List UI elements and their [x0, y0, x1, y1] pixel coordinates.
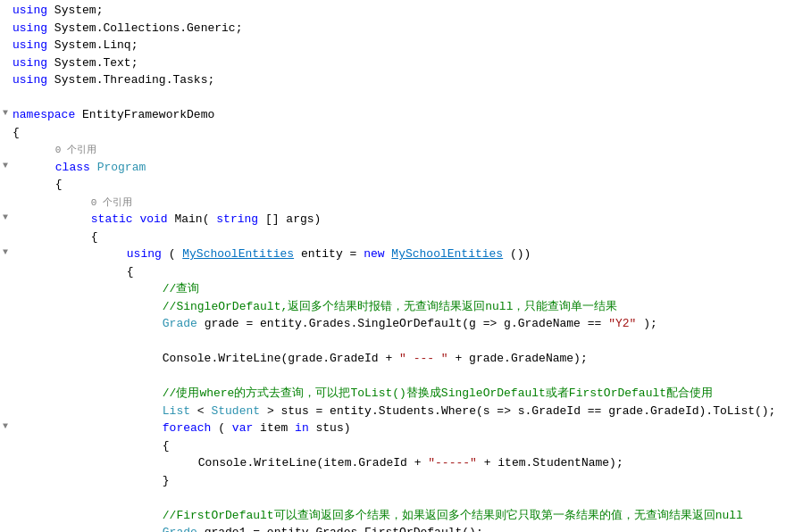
- comment-where: //使用where的方式去查询，可以把ToList()替换成SingleOrDe…: [163, 387, 713, 400]
- keyword-using-stmt: using: [127, 247, 162, 261]
- collapse-foreach[interactable]: ▼: [0, 420, 11, 437]
- keyword-using2: using: [13, 21, 47, 35]
- code-line-7: ▼ namespace EntityFrameworkDemo: [0, 106, 786, 124]
- keyword-using: using: [13, 4, 47, 17]
- code-line-16: {: [0, 263, 786, 281]
- type-myschoolentities: MySchoolEntities: [182, 247, 294, 261]
- code-line-27: Console.WriteLine(item.GradeId + "-----"…: [0, 454, 786, 472]
- collapse-main[interactable]: ▼: [0, 211, 11, 229]
- type-student: Student: [211, 404, 260, 418]
- code-line-3: using System.Linq;: [0, 37, 786, 54]
- code-line-8: {: [0, 124, 786, 142]
- code-line-15: ▼ using ( MySchoolEntities entity = new …: [0, 245, 786, 263]
- code-line-17: //查询: [0, 280, 786, 298]
- code-line-24: List < Student > stus = entity.Students.…: [0, 403, 786, 420]
- code-line-20: [0, 333, 786, 351]
- code-line-30: //FirstOrDefault可以查询返回多个结果，如果返回多个结果则它只取第…: [0, 507, 786, 525]
- code-line-1: using System;: [0, 2, 786, 20]
- code-line-23: //使用where的方式去查询，可以把ToList()替换成SingleOrDe…: [0, 385, 786, 403]
- comment-single-or-default: //SingleOrDefault,返回多个结果时报错，无查询结果返回null，…: [163, 300, 618, 313]
- code-line-12: 0 个引用: [0, 194, 786, 212]
- code-line-25: ▼ foreach ( var item in stus): [0, 420, 786, 437]
- keyword-in: in: [295, 421, 309, 435]
- code-line-13: ▼ static void Main( string [] args): [0, 211, 786, 229]
- keyword-class: class: [55, 161, 90, 174]
- code-line-22: [0, 368, 786, 386]
- string-y2: "Y2": [608, 317, 636, 330]
- type-grade: Grade: [163, 317, 197, 330]
- keyword-void: void: [139, 212, 167, 226]
- keyword-static: static: [91, 212, 133, 226]
- comment-query: //查询: [163, 282, 200, 295]
- code-line-21: Console.WriteLine(grade.GradeId + " --- …: [0, 350, 786, 368]
- comment-firstordefault: //FirstOrDefault可以查询返回多个结果，如果返回多个结果则它只取第…: [163, 509, 743, 522]
- string-sep: " --- ": [399, 352, 448, 365]
- code-line-28: }: [0, 472, 786, 490]
- ref-hint-0: 0 个引用: [55, 145, 96, 155]
- collapse-namespace[interactable]: ▼: [0, 106, 11, 124]
- code-line-18: //SingleOrDefault,返回多个结果时报错，无查询结果返回null，…: [0, 298, 786, 316]
- keyword-string: string: [216, 212, 258, 226]
- code-line-5: using System.Threading.Tasks;: [0, 71, 786, 89]
- ctor-myschoolentities: MySchoolEntities: [391, 247, 503, 261]
- code-line-11: {: [0, 176, 786, 194]
- code-line-10: ▼ class Program: [0, 159, 786, 177]
- code-line-6: [0, 89, 786, 107]
- code-line-31: Grade grade1 = entity.Grades.FirstOrDefa…: [0, 524, 786, 532]
- code-line-9: 0 个引用: [0, 141, 786, 159]
- type-grade2: Grade: [163, 526, 197, 532]
- ref-hint-1: 0 个引用: [91, 197, 132, 208]
- code-line-2: using System.Collections.Generic;: [0, 20, 786, 37]
- keyword-new: new: [364, 247, 384, 261]
- keyword-var: var: [232, 421, 253, 435]
- string-dashes: "-----": [428, 456, 477, 470]
- code-line-29: [0, 489, 786, 507]
- collapse-using-entities[interactable]: ▼: [0, 245, 11, 263]
- code-line-4: using System.Text;: [0, 54, 786, 72]
- code-line-19: Grade grade = entity.Grades.SingleOrDefa…: [0, 315, 786, 333]
- keyword-namespace: namespace: [13, 108, 75, 121]
- collapse-class[interactable]: ▼: [0, 159, 11, 177]
- type-list: List: [163, 404, 190, 418]
- code-line-14: {: [0, 229, 786, 246]
- keyword-foreach: foreach: [163, 421, 212, 435]
- code-line-26: {: [0, 437, 786, 455]
- code-editor: using System; using System.Collections.G…: [0, 0, 786, 532]
- class-name: Program: [97, 161, 146, 174]
- keyword-using4: using: [13, 56, 47, 70]
- keyword-using3: using: [13, 38, 47, 52]
- keyword-using5: using: [13, 73, 47, 87]
